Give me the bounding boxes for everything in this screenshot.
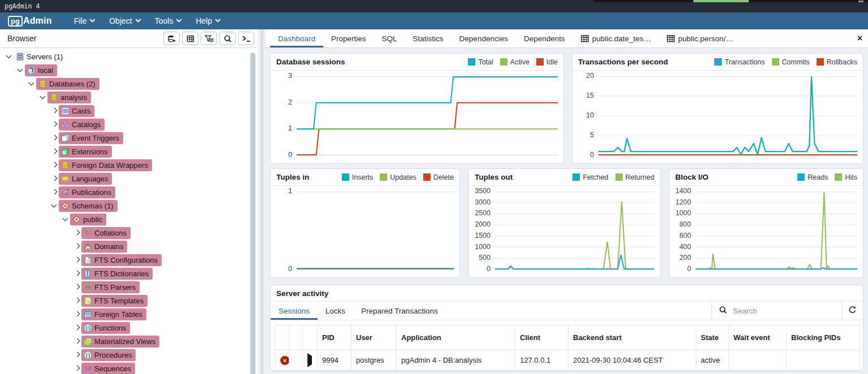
chevron-right-icon[interactable] — [50, 120, 59, 129]
table-icon — [667, 35, 675, 42]
chevron-right-icon[interactable] — [72, 242, 81, 251]
tab-statistics[interactable]: Statistics — [405, 29, 452, 47]
chevron-right-icon[interactable] — [72, 350, 81, 359]
catalogs-icon — [60, 120, 70, 129]
expand-row-icon[interactable] — [307, 353, 312, 367]
chevron-down-icon[interactable] — [16, 66, 25, 75]
chevron-right-icon[interactable] — [72, 364, 81, 373]
tree-item-fts-parsers[interactable]: AaFTS Parsers — [0, 280, 258, 294]
header-icon-col-1 — [289, 325, 303, 350]
activity-tab-sessions[interactable]: Sessions — [271, 302, 318, 320]
tree-item-fts-configurations[interactable]: FTS Configurations — [0, 253, 258, 267]
activity-tab-locks[interactable]: Locks — [318, 302, 353, 320]
search-input[interactable] — [733, 307, 823, 315]
tree-item-languages[interactable]: Languages — [0, 172, 258, 185]
chevron-right-icon[interactable] — [50, 147, 59, 156]
chevron-right-icon[interactable] — [72, 282, 81, 292]
tab-dashboard[interactable]: Dashboard — [270, 29, 323, 47]
tree-item-casts[interactable]: Casts — [0, 104, 258, 118]
menu-help[interactable]: Help — [196, 16, 220, 25]
server-activity-tabs: SessionsLocksPrepared Transactions — [271, 302, 863, 320]
menu-object[interactable]: Object — [109, 16, 140, 25]
activity-tab-prepared-transactions[interactable]: Prepared Transactions — [353, 302, 446, 320]
tree-scrollbar[interactable] — [250, 50, 255, 374]
legend-item-returned: Returned — [615, 173, 654, 181]
tree-item-analysis[interactable]: analysis — [0, 90, 258, 104]
tree-scrollbar-thumb[interactable] — [250, 53, 255, 374]
chevron-right-icon[interactable] — [72, 296, 81, 305]
tree-item-materialized-views[interactable]: Materialized Views — [0, 334, 258, 348]
refresh-icon[interactable] — [848, 306, 857, 316]
tab-public-person-[interactable]: public.person/… — [659, 29, 741, 47]
chevron-right-icon[interactable] — [50, 106, 59, 115]
search-icon — [719, 306, 727, 316]
tree-item-collations[interactable]: A↓Collations — [0, 226, 258, 240]
tab-properties[interactable]: Properties — [323, 29, 374, 47]
panel-splitter[interactable] — [258, 29, 266, 374]
tree-item-schemas-1-[interactable]: Schemas (1) — [0, 199, 258, 212]
tab-dependents[interactable]: Dependents — [516, 29, 573, 47]
tree-item-functions[interactable]: ()Functions — [0, 321, 258, 334]
tree-item-pill: Schemas (1) — [59, 200, 118, 212]
chevron-right-icon[interactable] — [50, 188, 59, 197]
menu-tools[interactable]: Tools — [155, 16, 181, 25]
tree-item-foreign-tables[interactable]: Foreign Tables — [0, 307, 258, 321]
chevron-right-icon[interactable] — [72, 255, 81, 264]
chevron-right-icon[interactable] — [72, 323, 81, 332]
search-objects-icon[interactable] — [219, 32, 236, 45]
chevron-right-icon[interactable] — [72, 310, 81, 319]
tree-item-sequences[interactable]: 1.3Sequences — [0, 362, 258, 374]
tree-item-label: Foreign Data Wrappers — [72, 161, 148, 169]
menu-file[interactable]: File — [74, 16, 95, 25]
pgadmin-logo: pg Admin — [8, 16, 52, 27]
chart-body-tuples_in: 10 — [271, 186, 459, 277]
tab-dependencies[interactable]: Dependencies — [452, 29, 516, 47]
tree-item-domains[interactable]: Domains — [0, 240, 258, 253]
legend-swatch — [423, 173, 431, 181]
chevron-down-icon[interactable] — [50, 201, 59, 210]
tree-item-extensions[interactable]: Extensions — [0, 145, 258, 158]
chevron-right-icon[interactable] — [50, 174, 59, 183]
screen-top-green-indicator — [693, 0, 749, 2]
tree-item-publications[interactable]: Publications — [0, 185, 258, 199]
query-tool-icon[interactable] — [163, 32, 180, 45]
chart-title: Tuples in — [276, 173, 309, 181]
chevron-down-icon[interactable] — [61, 215, 70, 224]
tab-sql[interactable]: SQL — [374, 29, 405, 47]
tree-item-pill: A↓Collations — [81, 227, 131, 239]
chevron-right-icon[interactable] — [72, 269, 81, 278]
dashboard-area: Database sessionsTotalActiveIdle3210Tran… — [266, 48, 868, 374]
cancel-query-icon[interactable]: × — [280, 356, 289, 365]
chevron-right-icon[interactable] — [72, 337, 81, 346]
chart-legend: ReadsHits — [797, 173, 857, 181]
tree-item-procedures[interactable]: ()Procedures — [0, 348, 258, 362]
tree-item-catalogs[interactable]: Catalogs — [0, 118, 258, 131]
chevron-down-icon — [135, 16, 141, 22]
tree-item-event-triggers[interactable]: Event Triggers — [0, 131, 258, 145]
chevron-down-icon[interactable] — [27, 79, 36, 88]
panel-header-tuples_in: Tuples inInsertsUpdatesDelete — [271, 169, 459, 186]
filtered-rows-icon[interactable] — [201, 32, 217, 45]
browser-panel: Browser Servers (1)localDatabases (2)ana… — [0, 29, 258, 374]
chevron-right-icon[interactable] — [72, 228, 81, 237]
chevron-down-icon[interactable] — [38, 93, 47, 102]
chevron-right-icon[interactable] — [50, 133, 59, 142]
tree-item-public[interactable]: public — [0, 212, 258, 226]
chevron-down-icon[interactable] — [5, 52, 14, 61]
tab-label: Dependents — [524, 34, 565, 43]
tree-item-foreign-data-wrappers[interactable]: Foreign Data Wrappers — [0, 158, 258, 172]
tree-item-fts-dictionaries[interactable]: FTS Dictionaries — [0, 267, 258, 280]
chart-row-1: Database sessionsTotalActiveIdle3210Tran… — [270, 53, 863, 164]
legend-label: Fetched — [583, 173, 608, 181]
database-icon — [60, 160, 70, 169]
close-panel-icon[interactable]: × — [857, 33, 862, 44]
view-data-icon[interactable] — [182, 32, 198, 45]
tree-item-local[interactable]: local — [0, 63, 258, 77]
psql-tool-icon[interactable] — [238, 32, 254, 45]
tree-item-databases-2-[interactable]: Databases (2) — [0, 77, 258, 90]
legend-label: Delete — [433, 173, 454, 181]
chevron-right-icon[interactable] — [50, 160, 59, 169]
tree-item-servers-1-[interactable]: Servers (1) — [0, 50, 258, 63]
tab-public-date-tes-[interactable]: public.date_tes… — [573, 29, 659, 47]
tree-item-fts-templates[interactable]: FTS Templates — [0, 294, 258, 307]
